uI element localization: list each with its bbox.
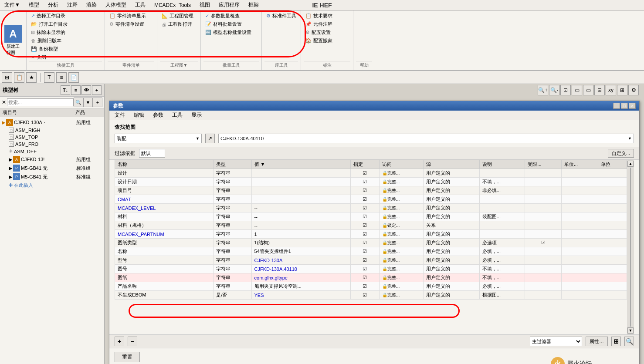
- table-row[interactable]: 材料 字符串 -- ☑ 🔒完整... 用户定义的 装配图...: [115, 212, 627, 221]
- cell-assigned[interactable]: ☑: [350, 273, 379, 282]
- tree-item-insert[interactable]: ✚ 在此插入: [0, 181, 104, 189]
- tree-settings-btn[interactable]: T↓: [61, 85, 70, 95]
- fit-btn[interactable]: ⊡: [560, 85, 571, 95]
- menu-file[interactable]: 文件▼: [2, 0, 23, 10]
- attr-btn[interactable]: 属性…: [586, 337, 608, 346]
- cell-assigned[interactable]: ☑: [350, 291, 379, 300]
- tree-filter-btn[interactable]: ▼: [83, 98, 93, 107]
- zoom-in-btn[interactable]: 🔍+: [538, 85, 548, 95]
- table-row[interactable]: 图纸类型 字符串 1(结构) ☑ 🔒完整... 用户定义的 必选项 ☑: [115, 239, 627, 247]
- drawing-print-btn[interactable]: 🖨 工程图打开: [160, 20, 198, 28]
- cell-assigned[interactable]: ☑: [350, 178, 379, 186]
- cell-assigned[interactable]: ☑: [350, 265, 379, 273]
- tree-item-cjfkd130[interactable]: ▶ A CJFKD-13! 船用组: [0, 155, 104, 164]
- cell-assigned[interactable]: ☑: [350, 186, 379, 195]
- menu-analysis[interactable]: 分析: [45, 0, 61, 10]
- table-row[interactable]: 名称 字符串 54管夹支撑组件1 ☑ 🔒完整... 用户定义的 必填，...: [115, 247, 627, 256]
- tree-view-btn[interactable]: ≡: [71, 85, 81, 95]
- tree-item-cjfkd130a[interactable]: ▶ A CJFKD-130A-· 船用组: [0, 118, 104, 127]
- cell-value[interactable]: [251, 178, 350, 186]
- tech-req-btn[interactable]: 📋 技术要求: [304, 12, 350, 20]
- close-btn[interactable]: ✕ 关闭: [29, 54, 102, 61]
- table-row[interactable]: CMAT 字符串 -- ☑ 🔒完整... 用户定义的: [115, 195, 627, 204]
- tb-btn3[interactable]: 📄: [68, 72, 79, 83]
- cell-assigned[interactable]: ☑: [350, 221, 379, 230]
- reset-btn[interactable]: 重置: [115, 352, 140, 362]
- tree-item-m5gb41-2[interactable]: ▶ P M5-GB41·无 标准组: [0, 172, 104, 181]
- view-btn4[interactable]: xy: [606, 85, 616, 95]
- add-row-btn[interactable]: +: [115, 337, 124, 346]
- parts-list-display-btn[interactable]: 📋 零件清单显示: [108, 12, 154, 20]
- tree-item-m5gb41-1[interactable]: ▶ P M5-GB41·无 标准组: [0, 164, 104, 172]
- cell-assigned[interactable]: ☑: [350, 247, 379, 256]
- cell-value[interactable]: --: [251, 204, 350, 212]
- table-row[interactable]: 图纸 字符串 com.glhx.gltype ☑ 🔒完整... 用户定义的 不填…: [115, 273, 627, 282]
- table-search-btn[interactable]: 🔍: [624, 337, 634, 346]
- dialog-menu-display[interactable]: 显示: [190, 111, 203, 119]
- dialog-menu-edit[interactable]: 编辑: [132, 111, 146, 119]
- config-home-btn[interactable]: 🏠 配置搬家: [304, 37, 350, 44]
- table-row[interactable]: 设计 字符串 ☑ 🔒完整... 用户定义的: [115, 169, 627, 178]
- tree-add-btn[interactable]: +: [92, 85, 102, 95]
- tree-item-asm-front[interactable]: □ ASM_FRO: [0, 141, 104, 148]
- cell-assigned[interactable]: ☑: [350, 256, 379, 265]
- batch-model-name-btn[interactable]: 🔤 模型名称批量设置: [203, 29, 259, 36]
- dialog-menu-params[interactable]: 参数: [151, 111, 165, 119]
- menu-render[interactable]: 渲染: [84, 0, 99, 10]
- menu-frame[interactable]: 框架: [246, 0, 261, 10]
- table-row[interactable]: 产品名称 字符串 船用夹支撑风冷空调... ☑ 🔒完整... 用户定义的 必填，…: [115, 282, 627, 291]
- open-workdir-btn[interactable]: 📂 打开工作目录: [29, 20, 102, 28]
- cell-value[interactable]: YES: [251, 291, 350, 300]
- table-row[interactable]: 项目号 字符串 ☑ 🔒完整... 用户定义的 非必填...: [115, 186, 627, 195]
- table-row[interactable]: 不生成EBOM 是/否 YES ☑ 🔒完整... 用户定义的 根据图...: [115, 291, 627, 300]
- component-note-btn[interactable]: 📌 元件注释: [304, 20, 350, 28]
- cell-value[interactable]: [251, 186, 350, 195]
- star-btn[interactable]: ★: [26, 72, 37, 83]
- tree-expand-btn[interactable]: +: [93, 98, 102, 107]
- customize-btn[interactable]: 自定义...: [608, 149, 634, 158]
- table-scrollbar[interactable]: ▲ ▼: [627, 160, 634, 334]
- table-scroll[interactable]: 名称 类型 值 ▼ 指定 访问 源 说明 受限... 单位... 单位: [115, 160, 627, 334]
- tb-btn2[interactable]: ≡: [56, 72, 67, 83]
- cell-assigned[interactable]: ☑: [350, 169, 379, 178]
- view-btn5[interactable]: ⊞: [617, 85, 627, 95]
- tb-btn1[interactable]: T: [44, 72, 54, 83]
- batch-material-btn[interactable]: 📝 材料批量设置: [203, 20, 259, 28]
- cell-value[interactable]: 1: [251, 230, 350, 239]
- cell-value[interactable]: --: [251, 212, 350, 221]
- table-row[interactable]: 材料（规格） 字符串 -- ☑ 🔒锁定... 关系: [115, 221, 627, 230]
- drawing-mgr-btn[interactable]: 📐 工程图管理: [160, 12, 198, 20]
- main-filter-select[interactable]: 主过滤器: [530, 337, 582, 346]
- select-workdir-btn[interactable]: ↗ 选择工作目录: [29, 12, 102, 20]
- config-panel-btn[interactable]: ⚙ 配五设置: [304, 29, 350, 36]
- scope-path[interactable]: CJFKD-130A-40110 ▼: [218, 134, 634, 143]
- scroll-up-btn[interactable]: ▲: [627, 161, 634, 167]
- dialog-minimize-btn[interactable]: －: [613, 103, 620, 109]
- cell-assigned[interactable]: ☑: [350, 239, 379, 247]
- remove-row-btn[interactable]: −: [128, 337, 137, 346]
- cell-assigned[interactable]: ☑: [350, 212, 379, 221]
- tree-col-btn[interactable]: 👁: [81, 85, 91, 95]
- batch-check-btn[interactable]: ✓ 参数批量检查: [203, 12, 259, 20]
- table-row[interactable]: 型号 字符串 CJFKD-130A ☑ 🔒完整... 用户定义的 必填，...: [115, 256, 627, 265]
- menu-mcadex[interactable]: MCADEx_Tools: [152, 1, 193, 9]
- cell-assigned[interactable]: ☑: [350, 195, 379, 204]
- cell-value[interactable]: --: [251, 221, 350, 230]
- menu-human[interactable]: 人体模型: [103, 0, 129, 10]
- col-layout-btn[interactable]: ⊞: [611, 337, 621, 346]
- menu-view[interactable]: 视图: [197, 0, 213, 10]
- dialog-close-btn[interactable]: ×: [629, 103, 636, 109]
- zoom-out-btn[interactable]: 🔍-: [549, 85, 559, 95]
- tree-search-input[interactable]: [7, 98, 74, 106]
- table-row[interactable]: MCADEX_LEVEL 字符串 -- ☑ 🔒完整... 用户定义的: [115, 204, 627, 212]
- cell-value[interactable]: CJFKD-130A: [251, 256, 350, 265]
- cell-assigned[interactable]: ☑: [350, 230, 379, 239]
- hide-unshown-btn[interactable]: ⊠ 抹除未显示的: [29, 29, 102, 36]
- cell-value[interactable]: com.glhx.gltype: [251, 273, 350, 282]
- cell-assigned[interactable]: ☑: [350, 282, 379, 291]
- backup-model-btn[interactable]: 💾 备份模型: [29, 45, 102, 53]
- table-row[interactable]: MCADEX_PARTNUM 字符串 1 ☑ 🔒完整... 用户定义的: [115, 230, 627, 239]
- table-row[interactable]: 设计日期 字符串 ☑ 🔒完整... 用户定义的 不填，...: [115, 178, 627, 186]
- cell-value[interactable]: 船用夹支撑风冷空调...: [251, 282, 350, 291]
- cell-value[interactable]: [251, 169, 350, 178]
